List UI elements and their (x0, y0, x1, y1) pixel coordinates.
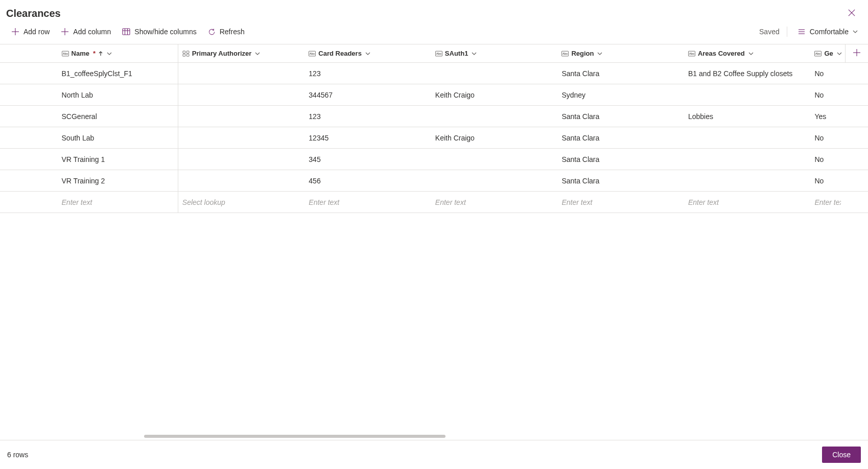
cell-ge[interactable]: No (810, 170, 845, 192)
row-count: 6 rows (7, 451, 28, 459)
close-button[interactable]: Close (822, 447, 861, 463)
show-hide-columns-button[interactable]: Show/hide columns (118, 25, 200, 39)
column-header-name[interactable]: AbcName* (58, 44, 178, 63)
new-row-input-region[interactable] (561, 196, 680, 208)
cell-name[interactable]: B1_coffeeSplyClst_F1 (58, 63, 178, 84)
cell-name[interactable]: VR Training 2 (58, 170, 178, 192)
cell-sauth1[interactable]: Keith Craigo (431, 84, 558, 106)
cell-region[interactable]: Sydney (557, 84, 684, 106)
column-label: Ge (824, 50, 833, 57)
new-row-cell-name[interactable] (58, 192, 178, 213)
density-toggle[interactable]: Comfortable (794, 27, 861, 36)
new-row-input-sauth1[interactable] (435, 196, 554, 208)
new-row-cell-sauth1[interactable] (431, 192, 558, 213)
cell-ge[interactable]: Yes (810, 106, 845, 127)
cell-trailing (845, 84, 868, 106)
column-header-region[interactable]: AbcRegion (557, 44, 684, 63)
cell-sauth1[interactable]: Keith Craigo (431, 127, 558, 149)
table-row[interactable]: VR Training 1345Santa ClaraNo (0, 149, 868, 170)
cell-ge[interactable]: No (810, 84, 845, 106)
cell-primary[interactable] (178, 84, 305, 106)
chevron-down-icon (837, 51, 842, 56)
column-label: Name (72, 50, 89, 57)
new-row-input-primary[interactable] (182, 196, 301, 208)
new-row-cell-ge[interactable] (810, 192, 845, 213)
table-row[interactable]: VR Training 2456Santa ClaraNo (0, 170, 868, 192)
new-row-input-readers[interactable] (309, 196, 427, 208)
new-row[interactable] (0, 192, 868, 213)
cell-trailing (845, 127, 868, 149)
cell-readers[interactable]: 344567 (304, 84, 431, 106)
new-row-input-ge[interactable] (814, 196, 841, 208)
new-row-input-areas[interactable] (688, 196, 807, 208)
show-hide-columns-label: Show/hide columns (134, 28, 196, 36)
cell-readers[interactable]: 456 (304, 170, 431, 192)
table-row[interactable]: North Lab344567Keith CraigoSydneyNo (0, 84, 868, 106)
cell-name[interactable]: South Lab (58, 127, 178, 149)
add-column-icon-button[interactable] (846, 48, 868, 59)
cell-areas[interactable] (684, 84, 811, 106)
chevron-down-icon (365, 51, 370, 56)
column-header-ge[interactable]: AbcGe (810, 44, 845, 63)
cell-primary[interactable] (178, 127, 305, 149)
cell-region[interactable]: Santa Clara (557, 63, 684, 84)
add-row-button[interactable]: Add row (7, 25, 54, 39)
row-number-cell (0, 170, 58, 192)
refresh-label: Refresh (220, 28, 245, 36)
cell-sauth1[interactable] (431, 106, 558, 127)
new-row-cell-primary[interactable] (178, 192, 305, 213)
table-row[interactable]: SCGeneral123Santa ClaraLobbiesYes (0, 106, 868, 127)
row-number-cell (0, 106, 58, 127)
cell-areas[interactable]: Lobbies (684, 106, 811, 127)
density-icon (797, 28, 806, 36)
row-number-cell (0, 149, 58, 170)
refresh-button[interactable]: Refresh (204, 25, 249, 39)
column-header-areas[interactable]: AbcAreas Covered (684, 44, 811, 63)
cell-areas[interactable] (684, 127, 811, 149)
cell-readers[interactable]: 12345 (304, 127, 431, 149)
column-label: SAuth1 (445, 50, 468, 57)
sort-asc-icon (98, 51, 103, 56)
column-header-sauth1[interactable]: AbcSAuth1 (431, 44, 558, 63)
cell-primary[interactable] (178, 63, 305, 84)
cell-name[interactable]: North Lab (58, 84, 178, 106)
cell-primary[interactable] (178, 170, 305, 192)
cell-areas[interactable] (684, 149, 811, 170)
cell-ge[interactable]: No (810, 149, 845, 170)
add-column-button[interactable]: Add column (57, 25, 115, 39)
cell-areas[interactable] (684, 170, 811, 192)
cell-sauth1[interactable] (431, 63, 558, 84)
cell-trailing (845, 106, 868, 127)
cell-name[interactable]: VR Training 1 (58, 149, 178, 170)
cell-region[interactable]: Santa Clara (557, 106, 684, 127)
cell-sauth1[interactable] (431, 149, 558, 170)
cell-areas[interactable]: B1 and B2 Coffee Supply closets (684, 63, 811, 84)
new-row-cell-readers[interactable] (304, 192, 431, 213)
table-row[interactable]: South Lab12345Keith CraigoSanta ClaraNo (0, 127, 868, 149)
cell-region[interactable]: Santa Clara (557, 149, 684, 170)
horizontal-scrollbar[interactable] (11, 433, 857, 439)
column-header-primary[interactable]: Primary Authorizer (178, 44, 305, 63)
new-row-cell-region[interactable] (557, 192, 684, 213)
svg-text:Abc: Abc (436, 52, 442, 55)
cell-readers[interactable]: 123 (304, 63, 431, 84)
column-label: Areas Covered (698, 50, 745, 57)
cell-readers[interactable]: 345 (304, 149, 431, 170)
cell-region[interactable]: Santa Clara (557, 127, 684, 149)
page-title: Clearances (6, 8, 61, 19)
cell-ge[interactable]: No (810, 63, 845, 84)
cell-primary[interactable] (178, 149, 305, 170)
cell-region[interactable]: Santa Clara (557, 170, 684, 192)
new-row-input-name[interactable] (62, 196, 174, 208)
cell-ge[interactable]: No (810, 127, 845, 149)
cell-readers[interactable]: 123 (304, 106, 431, 127)
cell-name[interactable]: SCGeneral (58, 106, 178, 127)
close-icon-button[interactable] (843, 5, 860, 21)
column-header-readers[interactable]: AbcCard Readers (304, 44, 431, 63)
new-row-cell-areas[interactable] (684, 192, 811, 213)
table-row[interactable]: B1_coffeeSplyClst_F1123Santa ClaraB1 and… (0, 63, 868, 84)
cell-sauth1[interactable] (431, 170, 558, 192)
svg-text:Abc: Abc (562, 52, 568, 55)
row-number-cell (0, 63, 58, 84)
cell-primary[interactable] (178, 106, 305, 127)
